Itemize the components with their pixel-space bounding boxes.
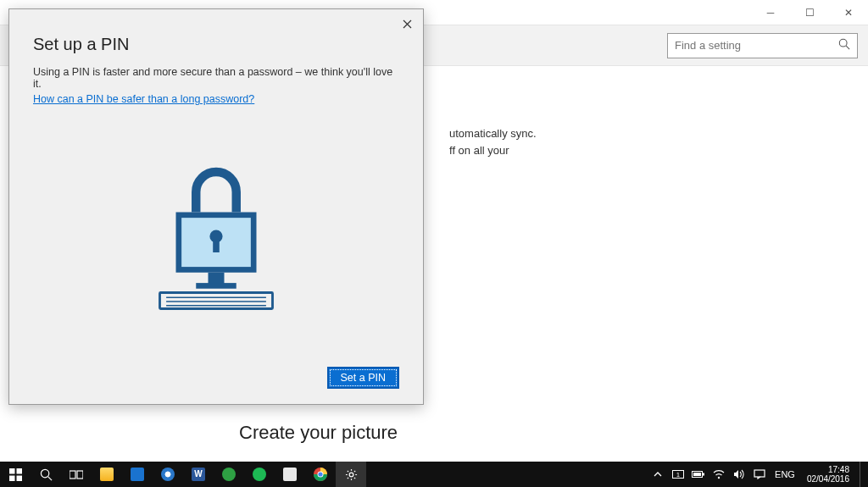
battery-icon bbox=[692, 470, 705, 479]
sync-text-1: utomatically sync. bbox=[449, 125, 843, 142]
create-picture-heading: Create your picture bbox=[239, 422, 398, 444]
svg-rect-28 bbox=[703, 473, 704, 476]
date-text: 02/04/2016 bbox=[807, 474, 849, 484]
pin-safer-link[interactable]: How can a PIN be safer than a long passw… bbox=[33, 93, 399, 105]
dialog-content: Set up a PIN Using a PIN is faster and m… bbox=[9, 9, 423, 404]
windows-icon bbox=[9, 468, 22, 481]
word-button[interactable]: W bbox=[183, 462, 214, 487]
volume-indicator[interactable] bbox=[729, 462, 749, 487]
svg-point-16 bbox=[41, 469, 48, 477]
search-icon bbox=[838, 38, 850, 53]
dialog-description: Using a PIN is faster and more secure th… bbox=[33, 66, 399, 90]
close-button[interactable]: ✕ bbox=[829, 0, 868, 25]
taskbar-left: W bbox=[0, 462, 366, 487]
app-1[interactable] bbox=[153, 462, 183, 487]
dialog-title: Set up a PIN bbox=[33, 35, 399, 54]
time-text: 17:48 bbox=[807, 465, 849, 474]
file-explorer-button[interactable] bbox=[92, 462, 122, 487]
lock-illustration bbox=[33, 105, 399, 367]
svg-rect-11 bbox=[213, 239, 220, 252]
svg-rect-12 bbox=[9, 468, 15, 474]
svg-rect-13 bbox=[16, 468, 22, 474]
settings-taskbar-button[interactable] bbox=[336, 462, 366, 487]
keyboard-icon: 1 bbox=[672, 470, 684, 479]
svg-rect-29 bbox=[693, 473, 701, 476]
taskbar-right: 1 ENG 17:48 02/04/2016 bbox=[648, 462, 868, 487]
battery-indicator[interactable] bbox=[688, 462, 709, 487]
svg-point-23 bbox=[318, 472, 322, 476]
app-icon bbox=[161, 468, 175, 481]
folder-icon bbox=[100, 468, 114, 481]
language-indicator[interactable]: ENG bbox=[770, 469, 800, 479]
green-circle-icon bbox=[222, 468, 236, 481]
dialog-footer: Set a PIN bbox=[33, 367, 399, 389]
speaker-icon bbox=[733, 469, 745, 479]
notification-icon bbox=[754, 469, 765, 479]
svg-point-30 bbox=[718, 477, 720, 479]
app-2[interactable] bbox=[214, 462, 244, 487]
word-icon: W bbox=[192, 468, 205, 481]
keyboard-indicator[interactable]: 1 bbox=[668, 462, 688, 487]
svg-line-17 bbox=[47, 476, 51, 479]
pin-setup-dialog: Set up a PIN Using a PIN is faster and m… bbox=[8, 8, 424, 405]
svg-rect-31 bbox=[754, 470, 765, 477]
search-icon bbox=[40, 468, 53, 481]
sync-text-2: ff on all your bbox=[449, 142, 843, 159]
svg-point-24 bbox=[349, 473, 353, 477]
chrome-icon bbox=[314, 468, 327, 481]
task-view-icon bbox=[70, 469, 83, 480]
show-desktop-button[interactable] bbox=[860, 462, 865, 487]
clock[interactable]: 17:48 02/04/2016 bbox=[800, 465, 856, 484]
svg-point-0 bbox=[839, 39, 847, 47]
svg-line-1 bbox=[846, 46, 849, 49]
svg-rect-6 bbox=[209, 272, 225, 284]
action-center-button[interactable] bbox=[749, 462, 770, 487]
settings-search[interactable] bbox=[667, 33, 858, 58]
svg-rect-18 bbox=[70, 471, 75, 479]
taskbar: W 1 ENG 17:48 02/04/2016 bbox=[0, 462, 868, 487]
minimize-button[interactable]: ─ bbox=[751, 0, 790, 25]
wifi-icon bbox=[713, 469, 725, 479]
set-pin-button[interactable]: Set a PIN bbox=[327, 367, 400, 389]
chrome-button[interactable] bbox=[305, 462, 336, 487]
dialog-close-button[interactable] bbox=[398, 14, 416, 33]
spotify-icon bbox=[253, 468, 266, 481]
svg-text:1: 1 bbox=[676, 472, 680, 478]
svg-rect-15 bbox=[16, 475, 22, 481]
task-view-button[interactable] bbox=[61, 462, 92, 487]
spotify-button[interactable] bbox=[244, 462, 275, 487]
maximize-button[interactable]: ☐ bbox=[790, 0, 829, 25]
tray-chevron[interactable] bbox=[648, 462, 668, 487]
app-3[interactable] bbox=[275, 462, 305, 487]
wifi-indicator[interactable] bbox=[709, 462, 729, 487]
store-button[interactable] bbox=[122, 462, 153, 487]
popcorn-icon bbox=[283, 468, 297, 481]
chevron-up-icon bbox=[654, 470, 662, 479]
svg-rect-14 bbox=[9, 475, 15, 481]
lock-computer-icon bbox=[140, 156, 292, 317]
start-button[interactable] bbox=[0, 462, 31, 487]
gear-icon bbox=[345, 468, 358, 481]
store-icon bbox=[131, 468, 144, 481]
caption-buttons: ─ ☐ ✕ bbox=[751, 0, 868, 25]
svg-rect-7 bbox=[196, 283, 236, 289]
search-button[interactable] bbox=[31, 462, 61, 487]
svg-rect-19 bbox=[77, 471, 83, 479]
search-input[interactable] bbox=[675, 39, 838, 52]
svg-rect-2 bbox=[160, 292, 273, 308]
